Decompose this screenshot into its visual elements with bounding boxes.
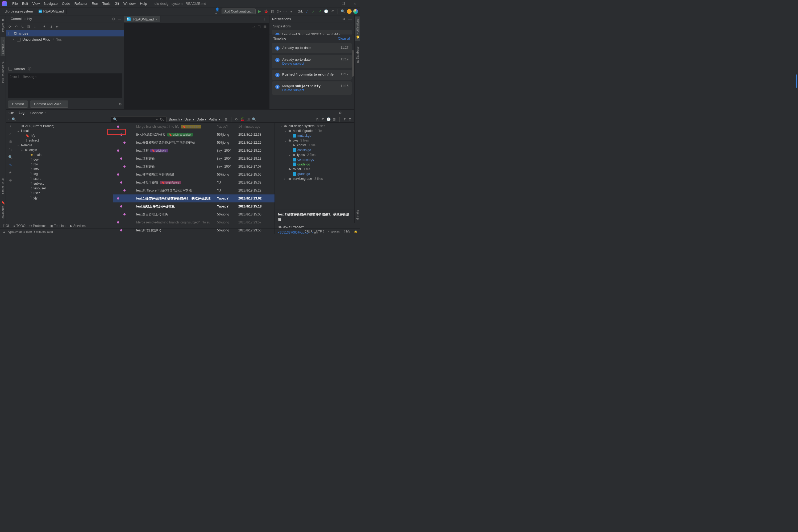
remote-group[interactable]: ⌄Remote bbox=[15, 143, 113, 148]
details-history-icon[interactable]: 🕐 bbox=[326, 117, 331, 121]
branch-log[interactable]: ᛉlog bbox=[15, 172, 113, 176]
editor-view-icon[interactable]: ▭ bbox=[252, 24, 255, 28]
branch-subject-remote[interactable]: ᛉsubject bbox=[15, 181, 113, 186]
branch-hfy-remote[interactable]: ᛉhfy bbox=[15, 162, 113, 167]
commit-row[interactable]: feat:新增归档序号567jiong2023/8/17 23:56 bbox=[113, 226, 274, 234]
commit-row[interactable]: feat:过程🔖 origin/yjyjiayin20042023/8/19 1… bbox=[113, 147, 274, 155]
tab-log[interactable]: Log bbox=[18, 110, 25, 116]
group-icon[interactable]: 👁 bbox=[43, 25, 46, 29]
origin-group[interactable]: ⌄🖿origin bbox=[15, 148, 113, 152]
minimize-icon[interactable]: — bbox=[328, 2, 335, 5]
new-branch-icon[interactable]: + bbox=[9, 124, 12, 128]
folder-service[interactable]: ›🖿service\grade3 files bbox=[275, 176, 354, 181]
tab-bookmarks[interactable]: Bookmarks 🔖 bbox=[1, 199, 5, 223]
git-rollback-icon[interactable]: ↶ bbox=[330, 9, 335, 14]
details-revert-icon[interactable]: ↶ bbox=[321, 117, 324, 121]
find-icon[interactable]: 🔍 bbox=[252, 117, 256, 121]
commit-row[interactable]: fix:优化题目状态修改🔖 origin & subject567jiong20… bbox=[113, 131, 274, 138]
debug-icon[interactable]: 🐞 bbox=[264, 9, 268, 14]
fetch-icon[interactable]: ⊙ bbox=[9, 178, 12, 182]
unversioned-checkbox[interactable] bbox=[17, 38, 21, 41]
tab-database[interactable]: 🗄 Database bbox=[355, 44, 360, 65]
status-crlf[interactable]: CRLF bbox=[305, 230, 312, 233]
folder-types[interactable]: ⌄🖿types2 files bbox=[275, 152, 354, 157]
file-common-go[interactable]: common.go bbox=[275, 157, 354, 162]
menu-tools[interactable]: Tools bbox=[100, 2, 113, 5]
breadcrumb-file[interactable]: M↓README.md bbox=[36, 9, 67, 14]
status-encoding[interactable]: UTF-8 bbox=[316, 230, 324, 233]
favorite-icon[interactable]: ★ bbox=[9, 171, 12, 174]
close-tab-icon[interactable]: × bbox=[155, 17, 157, 21]
bottom-tab-git[interactable]: ᛉ Git bbox=[3, 224, 10, 228]
changes-checkbox[interactable] bbox=[8, 32, 12, 35]
back-icon[interactable]: ‹ bbox=[8, 117, 10, 121]
ide-services-icon[interactable] bbox=[353, 9, 358, 14]
attach-icon[interactable]: ⋯ bbox=[283, 9, 288, 14]
tab-console[interactable]: Console × bbox=[29, 110, 48, 116]
notif-link[interactable]: Delete subject bbox=[282, 61, 338, 65]
shelve-icon[interactable]: ⤓ bbox=[34, 25, 36, 29]
editor-preview-icon[interactable]: ▦ bbox=[263, 24, 267, 28]
branch-score[interactable]: ᛉscore bbox=[15, 176, 113, 181]
tab-make[interactable]: M make bbox=[355, 208, 360, 223]
amend-help-icon[interactable]: ⓘ bbox=[28, 66, 32, 71]
intellisort-icon[interactable]: ⊞ bbox=[225, 117, 227, 121]
file-tree-root[interactable]: ⌄🖿dlu-design-system8 files bbox=[275, 124, 354, 129]
status-indent[interactable]: 4 spaces bbox=[328, 230, 340, 233]
branch-info[interactable]: ᛉinfo bbox=[15, 167, 113, 172]
go-to-hash-icon[interactable]: #⃝ bbox=[247, 117, 250, 121]
notifications-list[interactable]: i Already up-to-date 11:27 i Already up-… bbox=[269, 42, 354, 109]
commit-row[interactable]: feat:修改了逻辑🔖 origin/scoreYJ2023/8/19 15:3… bbox=[113, 178, 274, 187]
branch-subject[interactable]: ᛉsubject bbox=[15, 138, 113, 143]
details-group-icon[interactable]: ⊟ bbox=[333, 117, 336, 121]
head-branch[interactable]: HEAD (Current Branch) bbox=[15, 124, 113, 129]
editor-menu-icon[interactable]: ⋮ bbox=[261, 17, 269, 21]
commit-tab[interactable]: Commit to hfy bbox=[8, 16, 34, 22]
commit-row[interactable]: feat:过程评价jiayin20042023/8/19 17:07 bbox=[113, 163, 274, 171]
commit-row[interactable]: Merge remote-tracking branch 'origin/sub… bbox=[113, 218, 274, 226]
breadcrumb-project[interactable]: dlu-design-system bbox=[2, 9, 36, 14]
changes-node[interactable]: Changes bbox=[6, 30, 124, 36]
ide-update-icon[interactable] bbox=[347, 9, 352, 14]
commit-row[interactable]: feat:分数模块指导老师,过程,互评老师评价567jiong2023/8/19… bbox=[113, 138, 274, 147]
branch-main[interactable]: ★main bbox=[15, 152, 113, 157]
folder-handler[interactable]: ⌄🖿handler\grade1 file bbox=[275, 129, 354, 133]
commit-button[interactable]: Commit bbox=[8, 100, 28, 108]
git-push-icon[interactable]: ↗ bbox=[317, 9, 322, 14]
folder-consts[interactable]: ⌄🖿consts1 file bbox=[275, 143, 354, 148]
tab-pull-requests[interactable]: Pull Requests ⇅ bbox=[1, 59, 5, 85]
git-history-icon[interactable]: 🕐 bbox=[324, 9, 328, 14]
add-configuration-button[interactable]: Add Configuration... bbox=[222, 8, 255, 14]
status-icon[interactable]: 🗂 bbox=[3, 230, 5, 233]
checkout-icon[interactable]: ✓ bbox=[9, 132, 12, 136]
notification-item[interactable]: i Already up-to-date Delete subject 11:1… bbox=[272, 55, 352, 68]
clear-all-button[interactable]: Clear all bbox=[338, 36, 350, 40]
branch-test-user[interactable]: ᛉtest-user bbox=[15, 186, 113, 191]
filter-user[interactable]: User ▾ bbox=[185, 117, 194, 121]
minimize-panel-icon[interactable]: — bbox=[118, 17, 121, 21]
diff-icon[interactable]: ⥃ bbox=[21, 25, 24, 29]
run-icon[interactable]: ▶ bbox=[257, 9, 262, 14]
tab-project[interactable]: Project ■ bbox=[1, 17, 5, 34]
commit-row[interactable]: feat:1\提交评价结果2\提交评价结果3、获取评价成绩YaoaoY2023/… bbox=[113, 194, 274, 203]
gear-icon[interactable]: ⚙ bbox=[112, 17, 115, 21]
minimize-panel-icon[interactable]: — bbox=[348, 111, 352, 115]
commit-row[interactable]: Merge branch 'subject' into hfy🔖 origin … bbox=[113, 122, 274, 131]
notif-link[interactable]: Delete subject bbox=[282, 88, 338, 92]
file-consts-go[interactable]: consts.go bbox=[275, 148, 354, 152]
branch-hfy[interactable]: 🔖hfy bbox=[15, 133, 113, 138]
editor-split-icon[interactable]: ◫ bbox=[258, 24, 261, 28]
menu-refactor[interactable]: Refactor bbox=[72, 2, 90, 5]
gear-icon[interactable]: ⚙ bbox=[119, 102, 122, 106]
menu-edit[interactable]: Edit bbox=[20, 2, 30, 5]
rollback-icon[interactable]: ↶ bbox=[15, 25, 18, 29]
menu-view[interactable]: View bbox=[30, 2, 42, 5]
details-settings-icon[interactable]: ⚙ bbox=[348, 117, 352, 121]
maximize-icon[interactable]: ❐ bbox=[340, 2, 347, 5]
editor-tab-readme[interactable]: M↓ README.md × bbox=[124, 16, 160, 22]
search-icon[interactable]: 🔍 bbox=[341, 9, 345, 14]
filter-paths[interactable]: Paths ▾ bbox=[209, 117, 220, 121]
notification-item[interactable]: i Pushed 4 commits to origin/hfy 11:17 bbox=[272, 70, 352, 80]
scrollbar-thumb[interactable] bbox=[352, 50, 354, 77]
commit-row[interactable]: feat:题目管理上传模块567jiong2023/8/18 15:00 bbox=[113, 210, 274, 218]
